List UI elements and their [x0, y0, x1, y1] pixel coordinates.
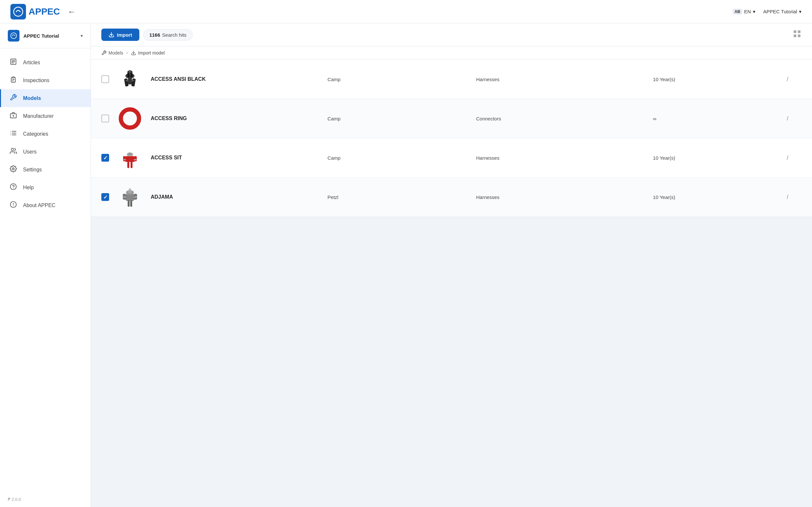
sidebar-inspections-label: Inspections	[23, 77, 49, 83]
toolbar-right	[793, 29, 802, 40]
sidebar-org-name: APPEC Tutorial	[23, 33, 77, 39]
svg-rect-54	[128, 200, 130, 207]
sidebar-item-manufacturer[interactable]: Manufacturer	[0, 107, 91, 125]
svg-rect-59	[134, 196, 137, 198]
items-list: ACCESS ANSI BLACK Camp Harnesses 10 Year…	[91, 60, 812, 507]
item-action-2[interactable]: /	[773, 155, 802, 161]
lang-badge: AB	[733, 9, 742, 15]
logo: APPEC	[10, 4, 60, 19]
item-brand-2: Camp	[327, 155, 468, 161]
users-icon	[9, 147, 18, 156]
breadcrumb-current-label: Import model	[138, 50, 165, 56]
sidebar-manufacturer-label: Manufacturer	[23, 113, 54, 119]
search-hits-badge: 1166 Search hits	[143, 29, 193, 41]
svg-rect-44	[131, 162, 133, 168]
breadcrumb: Models > Import model	[91, 46, 812, 60]
logo-svg	[13, 6, 23, 17]
toolbar: Import 1166 Search hits	[91, 23, 812, 46]
models-icon	[9, 94, 18, 103]
svg-rect-6	[12, 77, 14, 78]
breadcrumb-models-icon	[101, 50, 107, 56]
list-item: ACCESS SIT Camp Harnesses 10 Year(s) /	[91, 138, 812, 177]
svg-rect-40	[132, 80, 135, 81]
list-item: ACCESS RING Camp Connectors ∞ /	[91, 99, 812, 138]
svg-rect-33	[124, 78, 129, 86]
help-icon	[9, 183, 18, 192]
back-button[interactable]: ←	[67, 7, 75, 16]
main-layout: APPEC Tutorial ▾ Articles Inspections	[0, 23, 812, 507]
breadcrumb-models[interactable]: Models	[101, 50, 123, 56]
item-image-access-sit	[117, 145, 143, 171]
search-hits-count: 1166	[149, 32, 160, 38]
sidebar-about-label: About APPEC	[23, 203, 56, 208]
header-left: APPEC ←	[10, 4, 75, 19]
sidebar-item-models[interactable]: Models	[0, 89, 91, 107]
item-action-0[interactable]: /	[773, 76, 802, 83]
item-brand-1: Camp	[327, 116, 468, 121]
item-category-0: Harnesses	[476, 76, 645, 82]
version-number: 2.0.0	[12, 497, 21, 502]
item-checkbox-access-ansi-black[interactable]	[101, 75, 109, 83]
sidebar-item-about[interactable]: About APPEC	[0, 196, 91, 214]
item-category-1: Connectors	[476, 116, 645, 121]
import-button[interactable]: Import	[101, 29, 139, 41]
list-item: ADJAMA Petzl Harnesses 10 Year(s) /	[91, 177, 812, 217]
item-checkbox-access-sit[interactable]	[101, 154, 109, 162]
breadcrumb-current: Import model	[131, 50, 165, 56]
item-brand-3: Petzl	[327, 194, 468, 200]
sidebar-version: ₱ 2.0.0	[0, 492, 91, 507]
harness-grey-image	[118, 184, 142, 210]
articles-icon	[9, 58, 18, 67]
sidebar-item-inspections[interactable]: Inspections	[0, 71, 91, 89]
sidebar-org-icon	[8, 30, 19, 42]
manufacturer-icon	[9, 112, 18, 120]
content-area: Import 1166 Search hits Mo	[91, 23, 812, 507]
grid-view-button[interactable]	[793, 29, 802, 40]
sidebar-item-articles[interactable]: Articles	[0, 54, 91, 71]
language-selector[interactable]: AB EN ▾	[733, 9, 756, 15]
item-image-access-ansi-black	[117, 66, 143, 92]
svg-rect-27	[798, 31, 800, 33]
svg-rect-38	[129, 70, 131, 73]
sidebar-item-help[interactable]: Help	[0, 178, 91, 196]
item-name-2: ACCESS SIT	[151, 155, 320, 161]
item-action-1[interactable]: /	[773, 115, 802, 122]
sidebar-item-categories[interactable]: Categories	[0, 125, 91, 143]
sidebar-org-selector[interactable]: APPEC Tutorial ▾	[0, 23, 91, 48]
inspections-icon	[9, 76, 18, 85]
toolbar-left: Import 1166 Search hits	[101, 29, 193, 41]
svg-rect-39	[125, 80, 128, 81]
item-lifespan-2: 10 Year(s)	[653, 155, 766, 161]
item-checkbox-access-ring[interactable]	[101, 115, 109, 122]
sidebar: APPEC Tutorial ▾ Articles Inspections	[0, 23, 91, 507]
sidebar-help-label: Help	[23, 185, 34, 190]
harness-red-image	[118, 145, 142, 171]
svg-rect-29	[798, 35, 800, 37]
top-header: APPEC ← AB EN ▾ APPEC Tutorial ▾	[0, 0, 812, 23]
svg-rect-60	[129, 188, 131, 190]
sidebar-settings-label: Settings	[23, 167, 42, 173]
svg-rect-28	[794, 35, 797, 37]
ring-red-image	[118, 106, 142, 131]
categories-icon	[9, 129, 18, 138]
version-prefix: ₱	[8, 497, 12, 502]
sidebar-models-label: Models	[23, 96, 41, 101]
svg-rect-34	[131, 78, 136, 86]
item-image-access-ring	[117, 106, 143, 131]
item-lifespan-1: ∞	[653, 116, 766, 121]
sidebar-nav: Articles Inspections Models Manufacturer	[0, 48, 91, 492]
sidebar-item-users[interactable]: Users	[0, 143, 91, 161]
sidebar-org-chevron-icon: ▾	[81, 33, 83, 38]
svg-rect-43	[127, 162, 129, 168]
account-selector[interactable]: APPEC Tutorial ▾	[763, 9, 802, 15]
svg-rect-49	[123, 159, 126, 160]
breadcrumb-import-icon	[131, 50, 136, 56]
item-checkbox-adjama[interactable]	[101, 193, 109, 201]
item-category-3: Harnesses	[476, 194, 645, 200]
svg-rect-51	[125, 194, 135, 201]
sidebar-item-settings[interactable]: Settings	[0, 161, 91, 178]
item-action-3[interactable]: /	[773, 194, 802, 201]
item-image-adjama	[117, 184, 143, 210]
logo-icon	[10, 4, 26, 19]
item-lifespan-0: 10 Year(s)	[653, 76, 766, 82]
